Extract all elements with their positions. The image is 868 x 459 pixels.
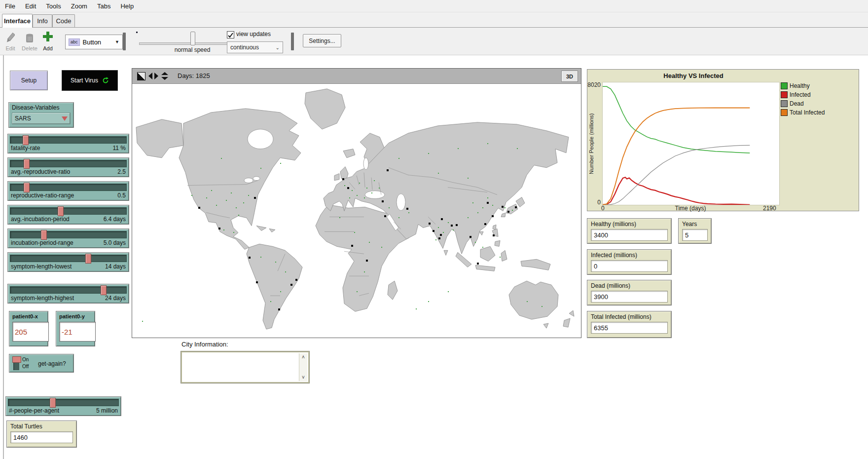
city-dot (456, 224, 458, 226)
widget-type-value: Button (83, 38, 112, 46)
plot-area (602, 82, 780, 205)
slider-symptom-length-lowest[interactable]: symptom-length-lowest14 days (7, 252, 129, 272)
slider-handle[interactable] (24, 159, 30, 169)
plot-line-healthy (603, 86, 750, 153)
slider-reproductive-ratio-range[interactable]: reproductive-ratio-range0.5 (7, 181, 129, 201)
vertical-resize-icon[interactable] (161, 72, 169, 80)
update-mode-dropdown[interactable]: continuous ⌄ (227, 41, 283, 53)
setup-button[interactable]: Setup (10, 71, 48, 90)
delete-trash-icon[interactable] (24, 32, 35, 44)
slider-symptom-length-highest[interactable]: symptom-length-highest24 days (7, 284, 129, 304)
scrollbar[interactable]: ˄ ˅ (299, 353, 307, 381)
legend-swatch (781, 109, 788, 116)
slider-track[interactable] (10, 136, 127, 144)
slider-handle[interactable] (41, 230, 47, 240)
agent-dot (280, 163, 281, 164)
agent-dot (357, 291, 358, 292)
settings-button[interactable]: Settings... (303, 34, 341, 47)
slider-track[interactable] (10, 160, 127, 167)
slider-incubation-period-range[interactable]: incubation-period-range5.0 days (7, 229, 129, 248)
get-again-switch[interactable]: On Off get-again? (9, 354, 74, 373)
slider-handle[interactable] (85, 254, 91, 264)
menu-tools[interactable]: Tools (41, 1, 66, 11)
menu-zoom[interactable]: Zoom (66, 1, 92, 11)
city-dot (493, 234, 495, 236)
disease-variables-chooser[interactable]: Disease-Variables SARS (8, 102, 74, 128)
legend-label: Infected (790, 91, 811, 98)
city-dot (387, 169, 389, 171)
slider-track[interactable] (10, 231, 127, 238)
agent-dot (443, 232, 444, 233)
slider-handle[interactable] (58, 206, 64, 216)
healthy-vs-infected-plot: Healthy VS Infected 8020 0 Number People… (587, 69, 859, 211)
monitor-label: Total Infected (millions) (591, 313, 668, 320)
legend-label: Healthy (790, 82, 810, 89)
tab-code[interactable]: Code (52, 14, 75, 27)
agent-dot (482, 207, 483, 208)
agent-dot (344, 185, 345, 186)
patient0-y-field[interactable] (59, 322, 96, 342)
patient0-x-field[interactable] (12, 322, 49, 342)
agent-dot (435, 239, 436, 240)
chooser-value-box[interactable]: SARS (12, 113, 71, 124)
slider-avg-incubation-period[interactable]: avg.-incubation-period6.4 days (7, 205, 129, 225)
menu-help[interactable]: Help (115, 1, 139, 11)
map-area[interactable] (132, 84, 581, 338)
agent-dot (477, 212, 478, 213)
city-dot (492, 215, 494, 217)
interface-canvas: Setup Start Virus Disease-Variables SARS… (0, 55, 868, 459)
menu-tabs[interactable]: Tabs (92, 1, 115, 11)
tab-interface[interactable]: Interface (2, 14, 33, 28)
scroll-up-icon[interactable]: ˄ (302, 354, 305, 360)
widget-type-dropdown[interactable]: abc Button ▼ (65, 35, 123, 49)
add-plus-icon[interactable] (42, 31, 53, 43)
chooser-arrow-icon (62, 116, 68, 121)
slider-track[interactable] (10, 286, 127, 294)
agent-dot (142, 321, 143, 322)
slider-handle[interactable] (101, 285, 107, 295)
slider-label: avg.-incubation-period (11, 216, 70, 223)
slider-handle[interactable] (23, 135, 29, 145)
start-virus-button[interactable]: Start Virus (62, 70, 118, 91)
agent-dot (512, 210, 513, 211)
tab-info[interactable]: Info (33, 14, 52, 27)
horizontal-resize-icon[interactable] (148, 72, 158, 80)
city-dot (451, 225, 453, 227)
slider-track[interactable] (10, 255, 127, 262)
view-header: Days: 1825 3D (132, 69, 581, 84)
switch-handle[interactable] (12, 356, 21, 363)
three-d-button[interactable]: 3D (561, 71, 578, 82)
agent-dot (233, 232, 234, 233)
slider-track[interactable] (8, 399, 119, 406)
agent-dot (221, 158, 222, 159)
agent-dot (238, 215, 239, 216)
agent-dot (448, 222, 449, 223)
slider-value: 0.5 (117, 192, 126, 199)
speed-slider-handle[interactable] (190, 32, 195, 45)
slider-track[interactable] (10, 207, 127, 215)
view-updates-checkbox[interactable] (227, 31, 234, 38)
edit-pencil-icon[interactable] (6, 32, 15, 44)
agent-dot (260, 168, 261, 169)
slider-people-per-agent[interactable]: #-people-per-agent5 million (5, 396, 121, 416)
scroll-down-icon[interactable]: ˅ (302, 375, 305, 380)
agent-dot (216, 205, 217, 206)
y-max-label: 8020 (587, 81, 601, 88)
slider-fatality-rate[interactable]: fatality-rate11 % (7, 134, 129, 153)
slider-track[interactable] (10, 184, 127, 191)
agent-dot (482, 247, 483, 248)
menu-edit[interactable]: Edit (20, 1, 41, 11)
speed-label: normal speed (153, 46, 232, 53)
menu-file[interactable]: File (0, 1, 20, 11)
city-dot (342, 178, 344, 180)
agent-dot (398, 217, 399, 218)
slider-handle[interactable] (50, 398, 56, 408)
resize-corner-icon[interactable] (137, 72, 145, 80)
speed-slider-track[interactable] (139, 42, 233, 45)
agent-dot (260, 257, 261, 258)
slider-avg-reproductive-ratio[interactable]: avg.-reproductive-ratio2.5 (7, 157, 129, 177)
slider-label: symptom-length-highest (11, 295, 74, 302)
slider-handle[interactable] (24, 183, 30, 192)
city-information-output[interactable]: ˄ ˅ (181, 351, 309, 383)
city-dot (502, 206, 504, 208)
